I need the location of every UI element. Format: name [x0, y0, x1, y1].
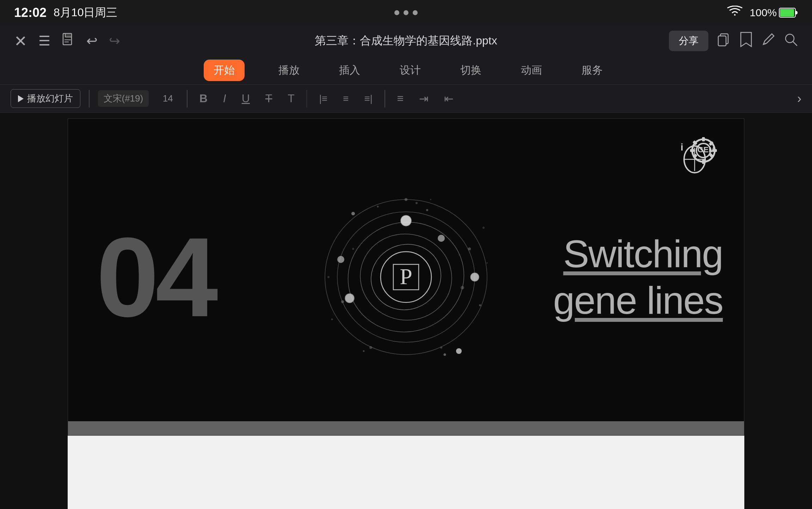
status-dot-1	[394, 10, 399, 15]
toolbar-more-button[interactable]: ›	[797, 91, 801, 106]
main-area: 04	[0, 113, 812, 509]
svg-point-22	[456, 348, 462, 354]
svg-point-16	[352, 248, 354, 250]
tab-animate[interactable]: 动画	[515, 60, 548, 80]
list-button[interactable]: ≡	[394, 91, 407, 106]
text-align-center-button[interactable]: ≡	[339, 92, 352, 106]
svg-point-12	[416, 202, 418, 204]
toolbar-divider-3	[307, 90, 307, 108]
status-right: 100%	[727, 6, 798, 20]
text-color-button[interactable]: T	[284, 91, 298, 106]
below-slide-area	[68, 436, 744, 509]
title-bar-right: 分享	[669, 31, 798, 51]
svg-point-26	[337, 256, 344, 263]
svg-text:i: i	[681, 142, 683, 153]
slide-text-block: Switching gene lines	[553, 231, 723, 324]
tab-service[interactable]: 服务	[576, 60, 608, 80]
pen-icon[interactable]	[761, 32, 775, 50]
wifi-icon	[727, 6, 743, 20]
svg-point-25	[470, 273, 479, 281]
undo-button[interactable]: ↩	[86, 33, 98, 49]
close-button[interactable]: ✕	[14, 32, 27, 50]
svg-point-31	[438, 235, 445, 242]
svg-point-37	[377, 206, 379, 208]
svg-rect-1	[780, 9, 794, 17]
igem-logo: i GEM	[673, 133, 723, 175]
tab-bar: 开始 播放 插入 设计 切换 动画 服务	[0, 56, 812, 85]
slide-inner: 04	[68, 119, 744, 435]
svg-point-42	[430, 199, 431, 200]
slide-bottom-bar	[68, 421, 744, 435]
redo-button[interactable]: ↪	[109, 33, 120, 49]
text-align-right-button[interactable]: ≡|	[361, 92, 376, 106]
status-bar: 12:02 8月10日周三 100%	[0, 0, 812, 25]
search-icon[interactable]	[784, 32, 798, 50]
battery-indicator: 100%	[750, 7, 798, 19]
svg-text:GEM: GEM	[697, 145, 715, 154]
title-bar: ✕ ☰ ↩ ↪ 第三章：合成生物学的基因线路.pptx 分享	[0, 25, 812, 56]
svg-point-20	[327, 276, 330, 278]
strikethrough-button[interactable]: T	[262, 91, 276, 106]
svg-point-43	[486, 262, 488, 264]
title-bar-left: ✕ ☰ ↩ ↪	[14, 32, 120, 50]
svg-point-38	[479, 304, 481, 306]
svg-point-39	[331, 319, 333, 320]
svg-line-10	[793, 42, 797, 45]
svg-rect-48	[690, 149, 694, 152]
play-slideshow-label: 播放幻灯片	[27, 92, 73, 105]
italic-button[interactable]: I	[220, 91, 230, 106]
font-size-selector[interactable]: 14	[157, 93, 178, 104]
copy-icon[interactable]	[717, 32, 731, 50]
play-triangle-icon	[18, 95, 24, 102]
svg-point-30	[345, 294, 354, 303]
slide-heading-switching: Switching	[553, 231, 723, 277]
status-date: 8月10日周三	[54, 5, 117, 20]
svg-rect-3	[65, 33, 72, 37]
slide-chapter-number: 04	[96, 221, 215, 333]
svg-point-41	[363, 350, 365, 352]
toolbar-divider-1	[89, 90, 90, 108]
outdent-button[interactable]: ⇤	[441, 91, 457, 107]
text-align-left-button[interactable]: |≡	[315, 92, 331, 106]
svg-point-28	[401, 215, 411, 226]
font-name-selector[interactable]: 文宋(#19)	[98, 90, 149, 107]
status-dot-3	[413, 10, 418, 15]
bold-button[interactable]: B	[196, 91, 211, 106]
status-time: 12:02	[14, 5, 47, 20]
svg-rect-46	[702, 137, 705, 141]
tab-switch[interactable]: 切换	[455, 60, 487, 80]
tab-start[interactable]: 开始	[204, 60, 245, 81]
slide-heading-gene-lines: gene lines	[553, 277, 723, 324]
document-title: 第三章：合成生物学的基因线路.pptx	[315, 33, 497, 49]
svg-text:P: P	[400, 264, 412, 289]
orbital-graphic: P	[307, 178, 505, 376]
indent-button[interactable]: ⇥	[416, 91, 432, 107]
bookmark-icon[interactable]	[739, 32, 753, 50]
svg-point-19	[482, 227, 485, 229]
svg-point-40	[444, 354, 446, 356]
svg-rect-7	[718, 36, 726, 46]
svg-point-23	[351, 212, 355, 215]
slide-canvas[interactable]: 04	[68, 118, 744, 436]
doc-button[interactable]	[62, 33, 75, 49]
tab-play[interactable]: 播放	[273, 60, 305, 80]
tab-insert[interactable]: 插入	[333, 60, 366, 80]
share-button[interactable]: 分享	[669, 31, 708, 51]
battery-percent: 100%	[750, 7, 777, 19]
status-dots	[394, 10, 418, 15]
svg-point-36	[426, 209, 428, 211]
toolbar-divider-4	[385, 90, 385, 108]
toolbar-divider-2	[187, 90, 187, 108]
menu-button[interactable]: ☰	[38, 33, 50, 49]
status-dot-2	[404, 10, 408, 15]
underline-button[interactable]: U	[238, 91, 253, 106]
play-slideshow-button[interactable]: 播放幻灯片	[11, 89, 80, 108]
tab-design[interactable]: 设计	[394, 60, 426, 80]
toolbar: 播放幻灯片 文宋(#19) 14 B I U T T |≡ ≡ ≡| ≡ ⇥ ⇤…	[0, 85, 812, 113]
